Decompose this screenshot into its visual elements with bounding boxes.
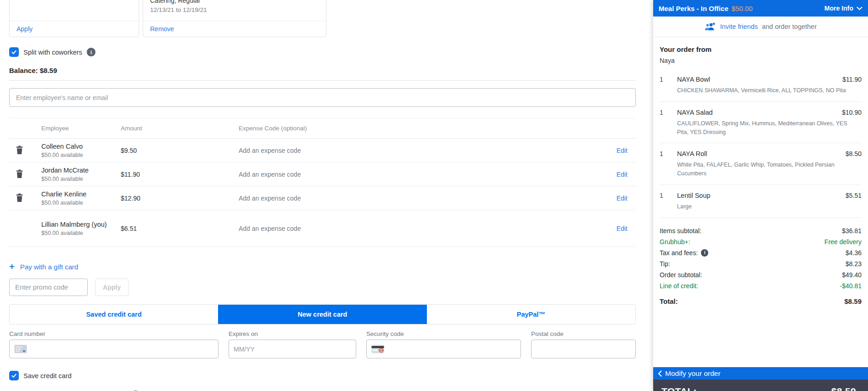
- item-description: CAULIFLOWER, Spring Mix, Hummus, Mediter…: [677, 119, 862, 137]
- tip-heading-label: Add a tip for your driver: [9, 389, 124, 391]
- split-with-coworkers-row: Split with coworkers i: [9, 47, 644, 57]
- item-quantity: 1: [660, 76, 677, 83]
- chevron-left-icon: [658, 370, 662, 377]
- restaurant-name: Naya: [660, 57, 862, 64]
- check-icon: [11, 373, 17, 379]
- remove-credit-link[interactable]: Remove: [150, 25, 174, 33]
- plus-icon: +: [9, 262, 15, 271]
- item-description: Large: [677, 202, 862, 211]
- item-quantity: 1: [660, 150, 677, 157]
- promo-code-input[interactable]: [9, 279, 88, 296]
- card-number-input[interactable]: [31, 346, 213, 353]
- add-expense-code-field[interactable]: Add an expense code: [239, 195, 599, 202]
- totals-row: Tax and fees: i $4.36: [660, 247, 862, 258]
- edit-amount-link[interactable]: Edit: [616, 171, 627, 178]
- employee-amount: $12.90: [121, 195, 239, 202]
- security-code-field: Security code: [366, 330, 521, 358]
- totals-row: Items subtotal: i $36.81: [660, 225, 862, 236]
- trash-icon: [16, 193, 23, 202]
- item-quantity: 1: [660, 192, 677, 199]
- apply-gift-card-link[interactable]: Apply: [17, 25, 33, 33]
- footer-total-bar: TOTAL: $8.59: [653, 380, 868, 391]
- balance-label: Balance: $8.59: [9, 67, 644, 74]
- expires-label: Expires on: [229, 330, 356, 337]
- order-summary-sidebar: Meal Perks - In Office $50.00 More Info …: [653, 0, 868, 391]
- item-name: Lentil Soup: [677, 192, 841, 199]
- edit-amount-link[interactable]: Edit: [616, 147, 627, 154]
- remove-employee-button[interactable]: [9, 169, 23, 179]
- totals-row-value: Free delivery: [824, 236, 862, 247]
- item-name: NAYA Bowl: [677, 76, 838, 83]
- item-name: NAYA Roll: [677, 150, 841, 157]
- order-item: 1 NAYA Bowl $11.90 CHICKEN SHAWARMA, Ver…: [660, 69, 862, 102]
- promo-apply-button[interactable]: Apply: [95, 279, 129, 296]
- invite-friends-rest: and order together: [762, 23, 817, 30]
- order-items-list: 1 NAYA Bowl $11.90 CHICKEN SHAWARMA, Ver…: [660, 69, 862, 218]
- employee-available-balance: $50.00 available: [41, 230, 121, 236]
- edit-amount-link[interactable]: Edit: [616, 195, 627, 202]
- split-table: Employee Amount Expense Code (optional) …: [9, 118, 636, 247]
- totals-row-value: $36.81: [842, 225, 862, 236]
- employee-name: Jordan McCrate: [41, 167, 121, 174]
- payment-tab[interactable]: New credit card: [218, 305, 426, 324]
- order-item: 1 NAYA Roll $8.50 White Pita, FALAFEL, G…: [660, 143, 862, 185]
- invite-friends-row: Invite friends and order together: [653, 17, 868, 37]
- pay-with-gift-card-label: Pay with a gift card: [20, 263, 78, 271]
- postal-code-field: Postal code: [531, 330, 636, 358]
- invite-friends-link[interactable]: Invite friends: [720, 23, 758, 30]
- order-totals: Items subtotal: i $36.81 Grubhub+: i Fre…: [660, 225, 862, 291]
- employee-available-balance: $50.00 available: [41, 152, 121, 158]
- header-amount: Amount: [121, 125, 239, 132]
- invite-friends-icon: [705, 22, 716, 31]
- totals-row-label: Grubhub+:: [660, 236, 690, 247]
- totals-row-value: $49.40: [842, 269, 862, 280]
- totals-row-label: Tip:: [660, 258, 670, 269]
- save-credit-card-checkbox[interactable]: [9, 371, 19, 380]
- employee-available-balance: $50.00 available: [41, 200, 121, 206]
- gift-card-slot-body: [10, 0, 139, 21]
- add-expense-code-field[interactable]: Add an expense code: [239, 171, 599, 178]
- meal-perks-header: Meal Perks - In Office $50.00 More Info: [653, 0, 868, 17]
- payment-tab[interactable]: Saved credit card: [10, 305, 218, 324]
- totals-row: Tip: i $8.23: [660, 258, 862, 269]
- postal-code-input[interactable]: [536, 346, 631, 353]
- item-description: CHICKEN SHAWARMA, Vermicelli Rice, ALL T…: [677, 86, 862, 95]
- totals-row: Grubhub+: i Free delivery: [660, 236, 862, 247]
- item-price: $11.90: [838, 76, 862, 83]
- payment-tab[interactable]: PayPal™: [427, 305, 635, 324]
- modify-order-label: Modify your order: [665, 369, 721, 378]
- header-employee: Employee: [41, 125, 121, 132]
- more-info-label: More Info: [824, 5, 853, 12]
- remove-employee-button[interactable]: [9, 145, 23, 156]
- item-price: $10.90: [837, 109, 862, 116]
- card-number-field: Card number: [9, 330, 218, 358]
- add-expense-code-field[interactable]: Add an expense code: [239, 147, 599, 154]
- table-row: Lillian Malmberg (you) $50.00 available …: [9, 210, 636, 247]
- catering-credit-dates: 12/13/21 to 12/19/21: [150, 6, 319, 13]
- pay-with-gift-card-link[interactable]: + Pay with a gift card: [9, 262, 78, 271]
- split-info-icon[interactable]: i: [87, 48, 95, 56]
- check-icon: [11, 49, 17, 55]
- add-expense-code-field[interactable]: Add an expense code: [239, 225, 599, 232]
- employee-search-input[interactable]: [9, 88, 636, 107]
- order-total-row: Total: $8.59: [660, 297, 862, 305]
- employee-amount: $6.51: [121, 225, 239, 232]
- table-row: Charlie Kenline $50.00 available $12.90 …: [9, 186, 636, 210]
- totals-row: Line of credit: i -$40.81: [660, 280, 862, 291]
- save-credit-card-label: Save credit card: [23, 372, 72, 380]
- payment-panel: Apply Catering, Regular 12/13/21 to 12/1…: [0, 0, 644, 391]
- employee-available-balance: $50.00 available: [41, 176, 121, 182]
- catering-credit-title: Catering, Regular: [150, 0, 319, 4]
- table-row: Jordan McCrate $50.00 available $11.90 A…: [9, 162, 636, 186]
- security-code-input[interactable]: [388, 346, 516, 353]
- meal-perks-amount: $50.00: [732, 5, 753, 12]
- edit-amount-link[interactable]: Edit: [616, 225, 627, 232]
- modify-order-button[interactable]: Modify your order: [653, 367, 868, 380]
- tax-fees-info-icon[interactable]: i: [701, 249, 708, 257]
- employee-name: Lillian Malmberg (you): [41, 221, 121, 228]
- expires-input[interactable]: [234, 346, 351, 353]
- more-info-button[interactable]: More Info: [824, 5, 862, 12]
- split-with-coworkers-checkbox[interactable]: [9, 47, 19, 57]
- totals-row: Order subtotal: i $49.40: [660, 269, 862, 280]
- remove-employee-button[interactable]: [9, 193, 23, 203]
